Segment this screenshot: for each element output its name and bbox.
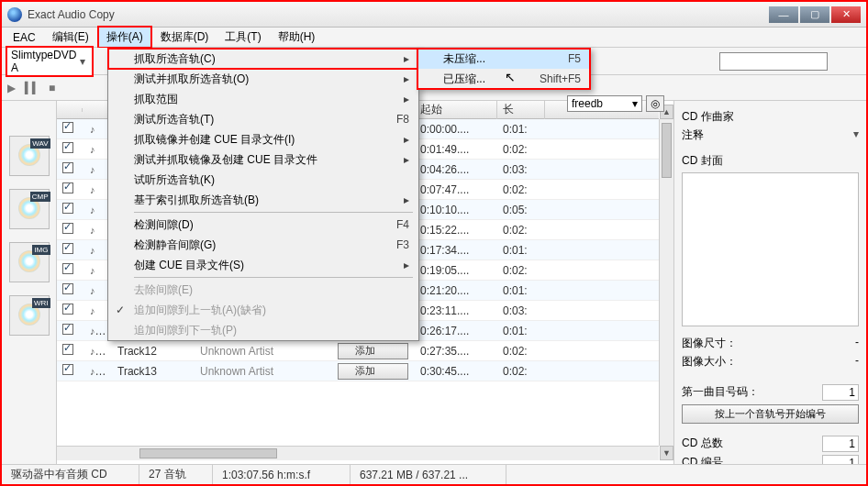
hscroll-thumb[interactable] (139, 448, 277, 458)
note-icon: ♪ (90, 366, 95, 377)
note-icon: ♪ (90, 144, 95, 155)
col-length[interactable]: 长 (497, 101, 545, 119)
menu-item: 去除间隙(E) (108, 280, 418, 300)
status-drive: 驱动器中有音频 CD (2, 465, 139, 484)
menu-item[interactable]: 检测间隙(D)F4 (108, 215, 418, 235)
note-icon: ♪ (90, 305, 95, 316)
row-checkbox[interactable] (62, 243, 73, 254)
menu-item[interactable]: 抓取所选音轨(C)▸ (108, 49, 418, 69)
status-time: 1:03:07.56 h:m:s.f (213, 465, 351, 484)
cover-label: CD 封面 (682, 153, 859, 169)
renumber-button[interactable]: 按上一个音轨号开始编号 (682, 404, 859, 424)
stop-icon[interactable]: ■ (49, 82, 55, 94)
row-checkbox[interactable] (62, 304, 73, 315)
menu-edit[interactable]: 编辑(E) (45, 28, 96, 47)
comment-label: 注释 (682, 127, 704, 143)
menu-item[interactable]: 测试并抓取镜像及创建 CUE 目录文件▸ (108, 149, 418, 170)
table-row[interactable]: ♪12Track12Unknown Artist添加0:27:35....0:0… (57, 341, 659, 361)
row-checkbox[interactable] (62, 203, 73, 214)
cd-total-label: CD 总数 (682, 436, 723, 452)
composer-label: CD 作曲家 (682, 109, 734, 125)
format-wri[interactable]: WRI (9, 295, 50, 336)
vertical-scrollbar[interactable]: ▲ ▼ (659, 119, 673, 446)
note-icon: ♪ (90, 184, 95, 195)
format-cmp[interactable]: CMP (9, 189, 50, 229)
status-tracks: 27 音轨 (139, 465, 213, 484)
note-icon: ♪ (90, 164, 95, 175)
col-start[interactable]: 起始 (415, 101, 497, 119)
row-checkbox[interactable] (62, 122, 73, 133)
menu-item[interactable]: 试听所选音轨(K) (108, 170, 418, 190)
menu-eac[interactable]: EAC (6, 29, 43, 46)
freedb-row: freedb▾ ◎ (567, 95, 664, 112)
menu-item[interactable]: 检测静音间隙(G)F3 (108, 235, 418, 255)
row-checkbox[interactable] (62, 364, 73, 375)
scroll-thumb[interactable] (662, 123, 672, 178)
horizontal-scrollbar[interactable] (57, 446, 659, 460)
menu-item[interactable]: 测试所选音轨(T)F8 (108, 109, 418, 129)
note-icon: ♪ (90, 326, 95, 337)
menubar: EAC 编辑(E) 操作(A) 数据库(D) 工具(T) 帮助(H) (2, 28, 866, 48)
row-checkbox[interactable] (62, 344, 73, 355)
chevron-down-icon: ▾ (76, 55, 88, 68)
menu-item: ✓追加间隙到上一轨(A)(缺省) (108, 300, 418, 320)
menu-help[interactable]: 帮助(H) (271, 28, 323, 47)
row-checkbox[interactable] (62, 223, 73, 234)
play-icon[interactable]: ▶ (7, 82, 16, 94)
cover-box[interactable] (682, 172, 859, 326)
note-icon: ♪ (90, 245, 95, 256)
menu-item[interactable]: 抓取范围▸ (108, 89, 418, 109)
image-dim-label: 图像尺寸： (682, 336, 737, 351)
status-size: 637.21 MB / 637.21 ... (351, 465, 506, 484)
minimize-button[interactable]: — (769, 6, 798, 23)
maximize-button[interactable]: ▢ (800, 6, 829, 23)
row-checkbox[interactable] (62, 182, 73, 193)
cd-title-field[interactable] (719, 52, 828, 71)
right-panel: CD 作曲家 注释▾ CD 封面 图像尺寸：- 图像大小：- 第一曲目号码：1 … (673, 101, 866, 464)
scroll-down-icon[interactable]: ▼ (660, 446, 673, 460)
format-sidebar: WAV CMP IMG WRI (2, 101, 57, 464)
note-icon: ♪ (90, 124, 95, 135)
menu-item[interactable]: 测试并抓取所选音轨(O)▸ (108, 69, 418, 89)
chevron-down-icon[interactable]: ▾ (853, 127, 859, 143)
close-button[interactable]: ✕ (831, 6, 861, 23)
table-row[interactable]: ♪13Track13Unknown Artist添加0:30:45....0:0… (57, 361, 659, 381)
freedb-go-button[interactable]: ◎ (646, 95, 664, 112)
drive-select[interactable]: SlimtypeDVD A ▾ (6, 46, 94, 77)
menu-item[interactable]: 创建 CUE 目录文件(S)▸ (108, 255, 418, 275)
menu-item[interactable]: 抓取镜像并创建 CUE 目录文件(I)▸ (108, 129, 418, 149)
note-icon: ♪ (90, 285, 95, 296)
cursor-icon: ↖ (505, 70, 516, 84)
format-wav[interactable]: WAV (9, 136, 50, 176)
row-checkbox[interactable] (62, 283, 73, 294)
note-icon: ♪ (90, 265, 95, 276)
format-img[interactable]: IMG (9, 242, 50, 282)
menu-item: 追加间隙到下一轨(P) (108, 320, 418, 340)
extract-submenu: 未压缩...F5已压缩...Shift+F5 (417, 48, 591, 90)
add-lyric-button[interactable]: 添加 (338, 343, 408, 359)
submenu-item[interactable]: 未压缩...F5 (417, 49, 590, 69)
app-icon (7, 7, 22, 22)
row-checkbox[interactable] (62, 142, 73, 153)
menu-action[interactable]: 操作(A) (98, 27, 151, 48)
menu-tools[interactable]: 工具(T) (217, 28, 268, 47)
titlebar: Exact Audio Copy — ▢ ✕ (2, 2, 866, 28)
menu-item[interactable]: 基于索引抓取所选音轨(B)▸ (108, 190, 418, 210)
note-icon: ♪ (90, 225, 95, 236)
row-checkbox[interactable] (62, 162, 73, 173)
submenu-item[interactable]: 已压缩...Shift+F5 (417, 69, 590, 89)
freedb-select[interactable]: freedb▾ (567, 95, 642, 112)
menu-database[interactable]: 数据库(D) (153, 28, 217, 47)
first-track-label: 第一曲目号码： (682, 384, 759, 401)
pause-icon[interactable]: ▍▍ (25, 82, 39, 94)
note-icon: ♪ (90, 204, 95, 215)
first-track-value[interactable]: 1 (822, 384, 859, 401)
statusbar: 驱动器中有音频 CD 27 音轨 1:03:07.56 h:m:s.f 637.… (2, 464, 866, 484)
add-lyric-button[interactable]: 添加 (338, 363, 408, 380)
image-size-label: 图像大小： (682, 354, 737, 370)
action-dropdown: 抓取所选音轨(C)▸测试并抓取所选音轨(O)▸抓取范围▸测试所选音轨(T)F8抓… (107, 48, 419, 341)
note-icon: ♪ (90, 346, 95, 357)
row-checkbox[interactable] (62, 263, 73, 274)
cd-total-value[interactable]: 1 (822, 436, 859, 452)
row-checkbox[interactable] (62, 324, 73, 335)
